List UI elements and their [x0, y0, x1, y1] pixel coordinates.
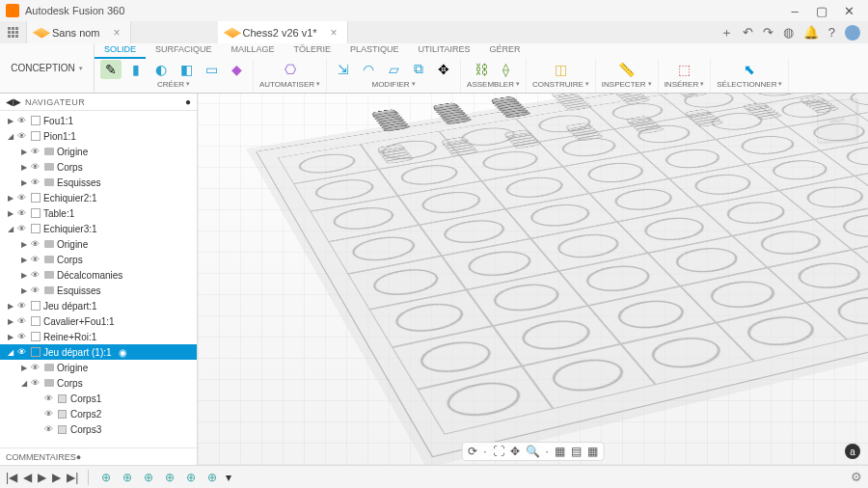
tree-node[interactable]: ▶👁Esquisses [0, 175, 197, 190]
ribbon-tab-utilitaires[interactable]: UTILITAIRES [409, 43, 480, 59]
press-pull-tool[interactable]: ⇲ [333, 60, 354, 79]
ribbon-tab-maillage[interactable]: MAILLAGE [222, 43, 285, 59]
grid-settings[interactable]: ▤ [571, 445, 582, 458]
look-at-tool[interactable]: ⛶ [493, 445, 504, 458]
viewport[interactable]: ⌂ HAUT ⟳ · ⛶ ✥ 🔍 · ▦ ▤ ▦ a [198, 94, 868, 465]
tree-node[interactable]: ▶👁Origine [0, 360, 197, 375]
ribbon-tab-tolerie[interactable]: TÔLERIE [285, 43, 341, 59]
tree-node[interactable]: ◢👁Pion1:1 [0, 128, 197, 144]
timeline-feature[interactable]: ⊕ [183, 470, 199, 485]
expand-icon[interactable]: ▶ [19, 286, 28, 295]
shell-tool[interactable]: ▱ [383, 60, 404, 79]
visibility-icon[interactable]: 👁 [17, 332, 27, 341]
combine-tool[interactable]: ⧉ [408, 60, 429, 79]
visibility-icon[interactable]: 👁 [31, 285, 41, 295]
joint-tool[interactable]: ⛓ [471, 60, 492, 79]
insert-tool[interactable]: ⬚ [673, 60, 694, 79]
visibility-icon[interactable]: 👁 [17, 116, 27, 125]
orbit-tool[interactable]: ⟳ [468, 445, 477, 458]
as-built-joint-tool[interactable]: ⟠ [496, 60, 517, 79]
ribbon-tab-gerer[interactable]: GÉRER [479, 43, 529, 59]
expand-icon[interactable]: ▶ [6, 302, 14, 311]
expand-icon[interactable]: ▶ [6, 209, 14, 218]
display-settings[interactable]: ▦ [555, 445, 565, 458]
select-tool[interactable]: ⬉ [739, 60, 760, 79]
tree-node[interactable]: ◢👁Jeu départ (1):1◉ [0, 344, 197, 360]
window-maximize[interactable]: ▢ [808, 1, 835, 20]
visibility-icon[interactable]: 👁 [31, 177, 41, 187]
zoom-tool[interactable]: 🔍 [526, 445, 540, 458]
expand-icon[interactable]: ▶ [19, 256, 28, 264]
browser-options[interactable]: ● [185, 96, 191, 107]
pan-tool[interactable]: ✥ [510, 445, 520, 458]
tree-node[interactable]: ▶👁Table:1 [0, 205, 197, 221]
fillet-tool[interactable]: ◠ [358, 60, 379, 79]
expand-icon[interactable]: ▶ [19, 178, 28, 187]
visibility-icon[interactable]: 👁 [44, 424, 54, 434]
tree-node[interactable]: ▶👁Echiquier2:1 [0, 190, 197, 205]
timeline-marker[interactable]: ▾ [226, 471, 231, 484]
window-close[interactable]: ✕ [835, 1, 862, 20]
expand-icon[interactable]: ▶ [19, 271, 28, 280]
tree-node[interactable]: ▶👁Origine [0, 144, 197, 159]
timeline-feature[interactable]: ⊕ [141, 470, 156, 485]
tree-node[interactable]: 👁Corps3 [0, 421, 197, 437]
visibility-icon[interactable]: 👁 [17, 301, 27, 311]
fusion-badge[interactable]: a [845, 444, 860, 459]
timeline-first[interactable]: |◀ [6, 471, 17, 484]
visibility-icon[interactable]: 👁 [17, 316, 27, 326]
redo-button[interactable]: ↷ [763, 25, 773, 40]
window-minimize[interactable]: – [781, 1, 808, 20]
visibility-icon[interactable]: 👁 [17, 224, 27, 233]
expand-icon[interactable]: ◢ [6, 348, 14, 357]
visibility-icon[interactable]: 👁 [31, 239, 41, 249]
timeline-feature[interactable]: ⊕ [162, 470, 177, 485]
help-button[interactable]: ? [828, 25, 835, 40]
expand-icon[interactable]: ▶ [6, 194, 14, 203]
box-tool[interactable]: ◧ [176, 60, 197, 79]
tree-node[interactable]: ▶👁Décalcomanies [0, 267, 197, 283]
visibility-icon[interactable]: 👁 [17, 208, 27, 218]
expand-icon[interactable]: ▶ [19, 364, 28, 372]
extensions-button[interactable]: ◍ [783, 25, 794, 40]
timeline-prev[interactable]: ◀ [23, 471, 32, 484]
timeline-next[interactable]: ▶ [52, 471, 61, 484]
data-panel-toggle[interactable] [0, 21, 27, 43]
tree-node[interactable]: ▶👁Corps [0, 252, 197, 267]
tree-node[interactable]: ▶👁Fou1:1 [0, 113, 197, 128]
browser-collapse[interactable]: ◀▶ [6, 96, 21, 107]
expand-icon[interactable]: ▶ [19, 148, 28, 156]
tree-node[interactable]: ▶👁Origine [0, 236, 197, 252]
expand-icon[interactable]: ▶ [6, 317, 14, 326]
expand-icon[interactable]: ▶ [19, 163, 28, 172]
move-tool[interactable]: ✥ [433, 60, 454, 79]
document-tab-1[interactable]: Chess2 v26 v1* × [218, 21, 348, 43]
sketch-tool[interactable]: ✎ [100, 60, 122, 79]
visibility-icon[interactable]: 👁 [31, 255, 41, 264]
tree-node[interactable]: ▶👁Reine+Roi:1 [0, 329, 197, 344]
timeline-last[interactable]: ▶| [67, 471, 78, 484]
workspace-switcher[interactable]: CONCEPTION ▾ [0, 43, 95, 93]
visibility-icon[interactable]: 👁 [17, 193, 27, 203]
cylinder-tool[interactable]: ▭ [201, 60, 222, 79]
close-tab-icon[interactable]: × [114, 26, 121, 40]
visibility-icon[interactable]: 👁 [31, 270, 41, 280]
timeline-play[interactable]: ▶ [38, 471, 46, 484]
visibility-icon[interactable]: 👁 [31, 378, 41, 388]
notifications-button[interactable]: 🔔 [803, 25, 819, 40]
document-tab-0[interactable]: Sans nom × [27, 21, 131, 43]
close-tab-icon[interactable]: × [331, 26, 338, 40]
form-tool[interactable]: ◆ [226, 60, 247, 79]
ribbon-tab-solide[interactable]: SOLIDE [95, 43, 146, 59]
expand-icon[interactable]: ◢ [6, 132, 14, 141]
timeline-feature[interactable]: ⊕ [204, 470, 220, 485]
extrude-tool[interactable]: ▮ [125, 60, 147, 79]
tree-node[interactable]: ▶👁Jeu départ:1 [0, 298, 197, 313]
timeline-feature[interactable]: ⊕ [98, 470, 114, 485]
tree-node[interactable]: ▶👁Esquisses [0, 283, 197, 298]
automate-tool[interactable]: ⎔ [280, 60, 301, 79]
revolve-tool[interactable]: ◐ [150, 60, 172, 79]
measure-tool[interactable]: 📏 [616, 60, 637, 79]
visibility-icon[interactable]: 👁 [31, 162, 41, 172]
expand-icon[interactable]: ▶ [6, 117, 14, 125]
